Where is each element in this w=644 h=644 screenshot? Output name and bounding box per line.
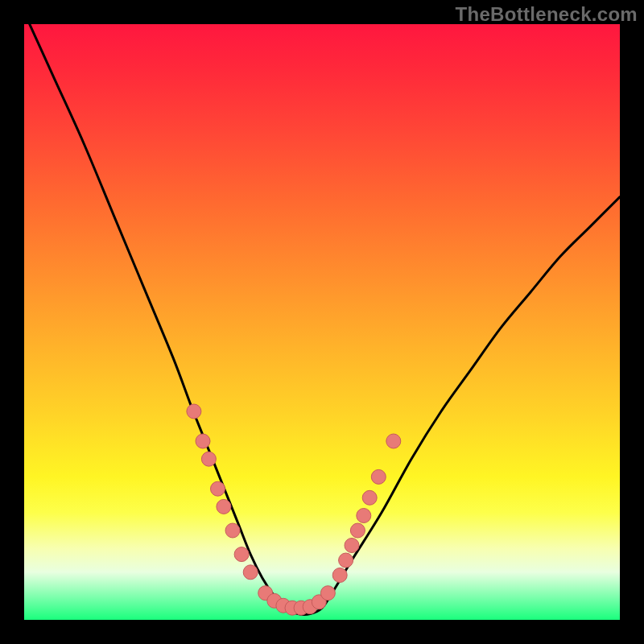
- data-point: [217, 499, 231, 514]
- chart-frame: TheBottleneck.com: [0, 0, 644, 644]
- data-point: [225, 523, 240, 538]
- watermark-text: TheBottleneck.com: [456, 3, 638, 26]
- data-point: [211, 481, 225, 496]
- data-point: [371, 469, 386, 484]
- curve-layer: [24, 12, 620, 614]
- data-point: [332, 568, 347, 583]
- data-point: [201, 452, 216, 466]
- data-point: [345, 539, 359, 553]
- data-point: [339, 553, 353, 568]
- data-point: [243, 565, 258, 580]
- data-point: [196, 434, 210, 448]
- data-point: [187, 404, 201, 419]
- bottleneck-curve: [24, 12, 620, 614]
- data-point: [386, 434, 401, 448]
- data-point: [362, 490, 377, 505]
- points-layer: [187, 404, 401, 615]
- data-point: [320, 586, 335, 601]
- plot-area: [24, 24, 620, 620]
- data-point: [350, 523, 365, 538]
- data-point: [357, 509, 371, 523]
- chart-svg: [24, 24, 620, 620]
- data-point: [234, 547, 249, 562]
